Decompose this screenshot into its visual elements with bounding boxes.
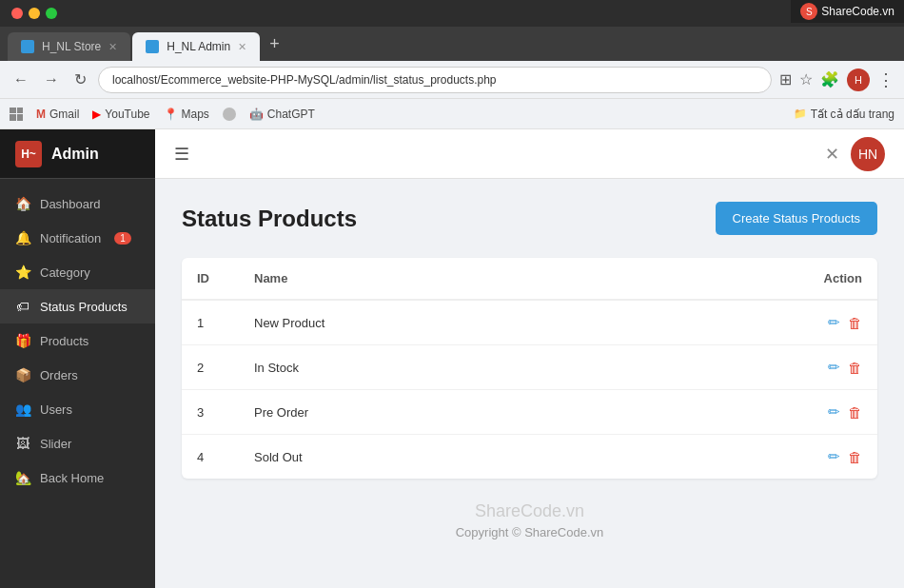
- nav-reload-button[interactable]: ↻: [70, 67, 90, 92]
- nav-forward-button[interactable]: →: [40, 68, 63, 92]
- table-body: 1 New Product ✏ 🗑 2 In Stock ✏ 🗑 3 Pre O…: [182, 300, 877, 479]
- sidebar-header: H~ Admin: [0, 129, 155, 179]
- nav-back-button[interactable]: ←: [10, 68, 32, 92]
- sidebar-item-dashboard[interactable]: 🏠 Dashboard: [0, 186, 155, 221]
- table-row: 3 Pre Order ✏ 🗑: [182, 390, 877, 435]
- sidebar-item-slider[interactable]: 🖼 Slider: [0, 426, 155, 461]
- cell-id: 1: [182, 300, 239, 345]
- sidebar-item-products[interactable]: 🎁 Products: [0, 323, 155, 358]
- footer-copyright: Copyright © ShareCode.vn: [205, 525, 855, 539]
- new-tab-button[interactable]: +: [262, 34, 287, 54]
- sidebar-item-back-home[interactable]: 🏡 Back Home: [0, 461, 155, 495]
- bookmark-circle[interactable]: [223, 108, 236, 121]
- col-id: ID: [182, 258, 239, 300]
- bookmark-apps[interactable]: [10, 108, 23, 121]
- profile-avatar[interactable]: H: [847, 69, 870, 91]
- bookmark-youtube[interactable]: ▶ YouTube: [92, 108, 149, 121]
- cell-id: 4: [182, 435, 239, 480]
- sidebar-item-users[interactable]: 👥 Users: [0, 392, 155, 426]
- action-buttons: ✏ 🗑: [634, 314, 862, 331]
- delete-button[interactable]: 🗑: [848, 314, 862, 331]
- sidebar-nav: 🏠 Dashboard 🔔 Notification 1 ⭐ Category …: [0, 179, 155, 588]
- close-panel-icon[interactable]: ✕: [825, 144, 839, 165]
- all-bookmarks[interactable]: 📁 Tất cả dấu trang: [794, 108, 894, 121]
- orders-icon: 📦: [15, 367, 30, 382]
- bookmark-chatgpt[interactable]: 🤖 ChatGPT: [249, 108, 315, 121]
- close-window-btn[interactable]: [11, 8, 23, 19]
- tab-store-label: H_NL Store: [42, 40, 101, 53]
- sidebar-item-category-label: Category: [40, 265, 90, 280]
- dashboard-icon: 🏠: [15, 196, 30, 211]
- bookmark-chatgpt-label: ChatGPT: [267, 108, 315, 121]
- tab-admin-favicon: [146, 40, 159, 53]
- cell-name: In Stock: [239, 345, 619, 390]
- bookmark-maps[interactable]: 📍 Maps: [164, 108, 209, 121]
- edit-button[interactable]: ✏: [828, 403, 840, 421]
- avatar-initials: HN: [858, 147, 877, 162]
- tab-store-favicon: [21, 40, 34, 53]
- table-row: 2 In Stock ✏ 🗑: [182, 345, 877, 390]
- top-bar-avatar[interactable]: HN: [851, 137, 885, 171]
- bookmark-gmail[interactable]: M Gmail: [36, 108, 79, 121]
- col-action: Action: [619, 258, 877, 300]
- users-icon: 👥: [15, 402, 30, 417]
- status-products-icon: 🏷: [15, 299, 30, 314]
- browser-chrome: S ShareCode.vn: [0, 0, 904, 27]
- translate-icon[interactable]: ⊞: [779, 70, 792, 88]
- category-icon: ⭐: [15, 265, 30, 280]
- fullscreen-window-btn[interactable]: [46, 8, 57, 19]
- edit-button[interactable]: ✏: [828, 448, 840, 465]
- footer: ShareCode.vn Copyright © ShareCode.vn: [182, 479, 877, 566]
- tab-admin[interactable]: H_NL Admin ✕: [132, 32, 260, 61]
- browser-tabs: H_NL Store ✕ H_NL Admin ✕ +: [0, 27, 904, 61]
- menu-icon[interactable]: ⋮: [877, 69, 894, 90]
- page-title: Status Products: [182, 206, 357, 232]
- tab-store[interactable]: H_NL Store ✕: [8, 32, 130, 61]
- bookmark-icon[interactable]: ☆: [799, 70, 813, 88]
- edit-button[interactable]: ✏: [828, 314, 840, 331]
- minimize-window-btn[interactable]: [29, 8, 40, 19]
- hamburger-menu[interactable]: ☰: [174, 144, 189, 165]
- back-home-icon: 🏡: [15, 470, 30, 485]
- bookmark-youtube-label: YouTube: [105, 108, 149, 121]
- page-header: Status Products Create Status Products: [182, 202, 877, 235]
- sidebar-item-status-products[interactable]: 🏷 Status Products: [0, 289, 155, 323]
- delete-button[interactable]: 🗑: [848, 359, 862, 376]
- window-controls: [11, 8, 57, 19]
- sidebar-item-orders-label: Orders: [40, 368, 78, 382]
- sidebar-item-back-home-label: Back Home: [40, 471, 104, 485]
- cell-id: 3: [182, 390, 239, 435]
- cell-id: 2: [182, 345, 239, 390]
- delete-button[interactable]: 🗑: [848, 448, 862, 465]
- extensions-icon[interactable]: 🧩: [820, 70, 839, 88]
- action-buttons: ✏ 🗑: [634, 403, 862, 421]
- sidebar-item-dashboard-label: Dashboard: [40, 197, 101, 211]
- create-status-products-button[interactable]: Create Status Products: [716, 202, 877, 235]
- status-products-table-container: ID Name Action 1 New Product ✏ 🗑 2 In St…: [182, 258, 877, 479]
- main-content: ☰ ✕ HN Status Products Create Status Pro…: [155, 129, 904, 588]
- notification-icon: 🔔: [15, 230, 30, 245]
- address-bar[interactable]: [98, 67, 772, 93]
- sidebar-item-notification[interactable]: 🔔 Notification 1: [0, 221, 155, 255]
- bookmarks-bar: M Gmail ▶ YouTube 📍 Maps 🤖 ChatGPT 📁 Tất…: [0, 99, 904, 129]
- action-buttons: ✏ 🗑: [634, 359, 862, 376]
- tab-store-close[interactable]: ✕: [108, 41, 117, 53]
- cell-action: ✏ 🗑: [619, 435, 877, 480]
- sharecode-badge: S ShareCode.vn: [791, 0, 904, 23]
- sidebar-item-users-label: Users: [40, 402, 72, 417]
- sidebar-item-orders[interactable]: 📦 Orders: [0, 358, 155, 392]
- cell-action: ✏ 🗑: [619, 300, 877, 345]
- browser-nav: ← → ↻ ⊞ ☆ 🧩 H ⋮: [0, 61, 904, 99]
- sharecode-label: ShareCode.vn: [821, 5, 894, 18]
- all-bookmarks-label: Tất cả dấu trang: [811, 108, 894, 121]
- tab-admin-close[interactable]: ✕: [238, 41, 246, 53]
- top-bar: ☰ ✕ HN: [155, 129, 904, 179]
- edit-button[interactable]: ✏: [828, 359, 840, 376]
- footer-watermark: ShareCode.vn: [205, 501, 855, 521]
- col-name: Name: [239, 258, 619, 300]
- notification-badge: 1: [114, 232, 131, 245]
- table-row: 4 Sold Out ✏ 🗑: [182, 435, 877, 480]
- bookmark-maps-label: Maps: [182, 108, 209, 121]
- sidebar-item-category[interactable]: ⭐ Category: [0, 255, 155, 289]
- delete-button[interactable]: 🗑: [848, 403, 862, 421]
